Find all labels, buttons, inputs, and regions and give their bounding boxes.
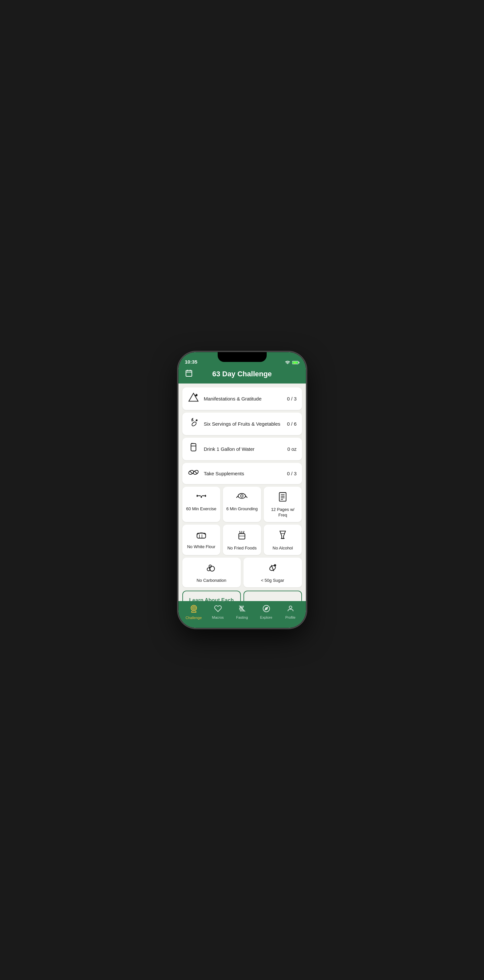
- pages-label: 12 Pages w/ Freq: [267, 507, 299, 518]
- svg-point-13: [196, 420, 196, 420]
- grounding-icon: [236, 492, 247, 503]
- sugar-icon: [267, 563, 278, 574]
- grid-item-exercise[interactable]: 60 Min Exercise: [182, 487, 221, 522]
- grid-item-alcohol[interactable]: No Alcohol: [264, 525, 302, 555]
- svg-rect-14: [191, 444, 196, 451]
- carbonation-label: No Carbonation: [196, 578, 226, 584]
- svg-rect-24: [202, 496, 205, 496]
- exercise-icon: [196, 492, 207, 503]
- svg-text:⚡: ⚡: [294, 362, 296, 364]
- svg-line-28: [236, 496, 238, 498]
- svg-line-21: [194, 471, 197, 474]
- wifi-icon: [285, 361, 290, 364]
- svg-point-10: [195, 394, 196, 395]
- grid-row-3: No Carbonation < 50g Sugar: [182, 558, 302, 587]
- list-item-manifestations[interactable]: Manifestations & Gratitude 0 / 3: [182, 387, 302, 410]
- svg-line-19: [189, 471, 193, 474]
- challenge-nav-icon: [189, 605, 198, 615]
- water-value: 0 oz: [287, 446, 296, 452]
- nav-item-explore[interactable]: Explore: [256, 605, 276, 619]
- svg-point-11: [191, 421, 197, 426]
- grid-item-pages[interactable]: 12 Pages w/ Freq: [264, 487, 302, 522]
- svg-rect-23: [198, 496, 201, 496]
- frequencies-button[interactable]: Frequencies: [244, 590, 302, 601]
- manifestations-value: 0 / 3: [287, 396, 296, 401]
- whiteflour-label: No White Flour: [187, 544, 215, 550]
- nav-item-macros[interactable]: Macros: [208, 605, 228, 619]
- svg-point-30: [241, 495, 244, 497]
- status-icons: ⚡: [285, 361, 299, 364]
- svg-line-29: [246, 496, 248, 498]
- svg-rect-4: [186, 371, 192, 376]
- svg-rect-25: [196, 495, 198, 497]
- status-time: 10:35: [185, 359, 197, 364]
- svg-marker-58: [265, 607, 267, 609]
- grid-item-friedfoods[interactable]: No Fried Foods: [223, 525, 261, 555]
- svg-point-59: [289, 606, 292, 609]
- bottom-nav: Challenge Macros: [178, 601, 306, 628]
- manifestations-label: Manifestations & Gratitude: [204, 396, 262, 401]
- grid-item-whiteflour[interactable]: No White Flour: [182, 525, 221, 555]
- alcohol-label: No Alcohol: [272, 546, 293, 551]
- water-icon: [188, 442, 199, 456]
- learn-about-goals-button[interactable]: Learn About Each Goal: [182, 590, 241, 601]
- fasting-nav-icon: [238, 605, 246, 614]
- phone-frame: 10:35 ⚡: [178, 352, 306, 628]
- macros-nav-icon: [214, 605, 222, 614]
- list-item-fruits[interactable]: Six Servings of Fruits & Vegetables 0 / …: [182, 412, 302, 435]
- supplements-icon: [188, 468, 199, 480]
- list-item-supplements[interactable]: Take Supplements 0 / 3: [182, 463, 302, 484]
- friedfoods-label: No Fried Foods: [228, 546, 257, 551]
- battery-icon: ⚡: [292, 361, 299, 364]
- svg-point-50: [274, 564, 276, 566]
- water-label: Drink 1 Gallon of Water: [204, 446, 255, 452]
- sugar-label: < 50g Sugar: [261, 578, 284, 584]
- svg-point-27: [238, 493, 246, 498]
- profile-nav-icon: [287, 605, 295, 614]
- svg-point-53: [193, 607, 194, 609]
- app-header: 63 Day Challenge: [178, 366, 306, 383]
- macros-nav-label: Macros: [212, 616, 223, 619]
- svg-rect-31: [279, 493, 286, 501]
- notch: [218, 352, 267, 362]
- header-title: 63 Day Challenge: [212, 370, 272, 378]
- calendar-icon[interactable]: [185, 369, 193, 379]
- fruits-value: 0 / 6: [287, 421, 296, 426]
- grounding-label: 6 Min Grounding: [226, 506, 258, 512]
- grid-item-carbonation[interactable]: No Carbonation: [182, 558, 241, 587]
- grid-row-1: 60 Min Exercise 6 Min Grounding: [182, 487, 302, 522]
- grid-item-sugar[interactable]: < 50g Sugar: [244, 558, 302, 587]
- action-buttons: Learn About Each Goal Frequencies: [182, 590, 302, 601]
- fasting-nav-label: Fasting: [236, 616, 248, 619]
- bread-icon: [196, 530, 207, 541]
- grid-row-2: No White Flour No Fried Foods: [182, 525, 302, 555]
- nav-item-fasting[interactable]: Fasting: [232, 605, 252, 619]
- svg-line-42: [244, 531, 244, 534]
- list-item-water[interactable]: Drink 1 Gallon of Water 0 oz: [182, 438, 302, 460]
- supplements-label: Take Supplements: [204, 471, 244, 476]
- supplements-value: 0 / 3: [287, 471, 296, 476]
- carrot-icon: [188, 417, 199, 431]
- pages-icon: [278, 492, 288, 504]
- alcohol-icon: [277, 530, 288, 542]
- profile-nav-label: Profile: [285, 616, 295, 619]
- svg-line-40: [240, 531, 240, 534]
- phone-screen: 10:35 ⚡: [178, 352, 306, 628]
- svg-rect-39: [239, 533, 245, 539]
- grid-item-grounding[interactable]: 6 Min Grounding: [223, 487, 261, 522]
- svg-rect-1: [298, 362, 299, 363]
- manifestations-icon: [188, 392, 199, 406]
- nav-item-profile[interactable]: Profile: [281, 605, 300, 619]
- carbonation-icon: [206, 563, 217, 574]
- content-scroll[interactable]: Manifestations & Gratitude 0 / 3 S: [178, 383, 306, 601]
- nav-item-challenge[interactable]: Challenge: [184, 605, 204, 620]
- svg-rect-26: [205, 495, 206, 497]
- explore-nav-icon: [263, 605, 270, 614]
- explore-nav-label: Explore: [260, 616, 272, 619]
- svg-rect-22: [201, 496, 202, 498]
- exercise-label: 60 Min Exercise: [186, 506, 217, 512]
- fried-icon: [237, 530, 247, 542]
- fruits-label: Six Servings of Fruits & Vegetables: [204, 421, 280, 426]
- challenge-nav-label: Challenge: [186, 616, 202, 620]
